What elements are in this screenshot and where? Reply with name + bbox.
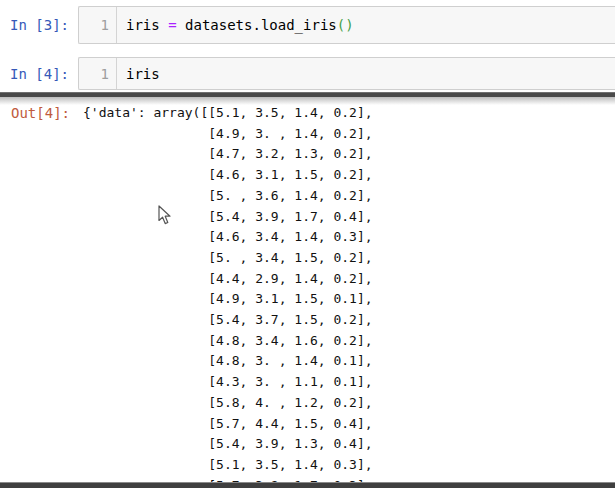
output-text: {'data': array([[5.1, 3.5, 1.4, 0.2], [4…	[83, 103, 373, 488]
line-number-gutter: 1	[79, 7, 117, 43]
line-number: 1	[101, 66, 109, 82]
input-prompt-column: In [3]:	[0, 6, 78, 44]
input-prompt: In [3]:	[0, 17, 69, 33]
code-editor[interactable]: 1 iris	[78, 57, 615, 90]
code-line[interactable]: iris = datasets.load_iris()	[117, 7, 615, 43]
code-editor[interactable]: 1 iris = datasets.load_iris()	[78, 6, 615, 44]
input-prompt: In [4]:	[0, 66, 69, 82]
input-prompt-column: In [4]:	[0, 57, 78, 90]
line-number: 1	[101, 17, 109, 33]
output-prompt: Out[4]:	[11, 103, 70, 124]
bottom-edge-bar	[0, 482, 615, 488]
code-cell-in4: In [4]: 1 iris	[0, 57, 615, 90]
code-cell-in3: In [3]: 1 iris = datasets.load_iris()	[0, 6, 615, 44]
code-line[interactable]: iris	[117, 58, 615, 89]
line-number-gutter: 1	[79, 58, 117, 89]
notebook-page: In [3]: 1 iris = datasets.load_iris() In…	[0, 0, 615, 488]
